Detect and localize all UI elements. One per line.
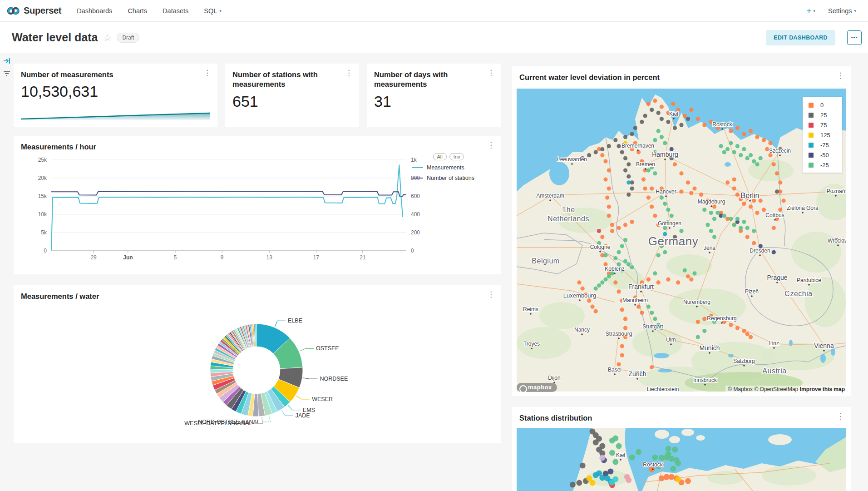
brand-name: Superset <box>24 5 61 16</box>
svg-text:Linz: Linz <box>769 340 779 347</box>
map-legend-item[interactable]: -25 <box>809 162 836 169</box>
legend-inv-button[interactable]: Inv <box>449 153 464 160</box>
filter-rail <box>0 53 14 491</box>
svg-text:0: 0 <box>44 248 47 254</box>
expand-filter-bar-icon[interactable] <box>3 57 11 67</box>
svg-text:NORDSEE: NORDSEE <box>320 376 348 382</box>
measurements-sparkline <box>20 111 211 121</box>
legend-item-measurements[interactable]: Measurements <box>412 164 485 171</box>
svg-text:Salzburg: Salzburg <box>733 358 755 364</box>
svg-text:Basel: Basel <box>608 367 621 373</box>
svg-text:WESER: WESER <box>312 396 333 402</box>
svg-text:13: 13 <box>266 254 272 261</box>
kpi-title: Number of days with measurements <box>374 70 483 89</box>
dashboard-header: Water level data ☆ Draft EDIT DASHBOARD … <box>0 22 868 53</box>
svg-text:Koblenz: Koblenz <box>605 266 624 272</box>
legend-all-button[interactable]: All <box>433 153 447 160</box>
svg-text:Ulm: Ulm <box>666 337 676 343</box>
dashboard-grid: Number of measurements ⋮ 10,530,631 Numb… <box>0 53 868 491</box>
svg-text:Luxembourg: Luxembourg <box>563 292 596 299</box>
nav-dashboards[interactable]: Dashboards <box>77 7 112 15</box>
svg-text:JADE: JADE <box>296 412 310 419</box>
svg-text:Mannheim: Mannheim <box>622 297 648 303</box>
stations-map[interactable]: KielRostock <box>517 428 846 491</box>
settings-menu[interactable]: Settings ▾ <box>828 7 856 15</box>
legend-item-stations[interactable]: Number of stations <box>412 175 485 181</box>
superset-infinity-icon <box>6 5 20 17</box>
svg-text:Göttingen: Göttingen <box>658 220 681 227</box>
series-label: Number of stations <box>427 175 474 181</box>
svg-text:15k: 15k <box>38 193 47 199</box>
favorite-star-icon[interactable]: ☆ <box>103 32 111 43</box>
chart-title: Stations distribution <box>519 413 833 423</box>
edit-dashboard-button[interactable]: EDIT DASHBOARD <box>766 30 835 45</box>
svg-text:Bremerhaven: Bremerhaven <box>621 143 654 149</box>
chevron-down-icon: ▾ <box>219 9 222 13</box>
svg-text:25k: 25k <box>38 157 47 163</box>
mapbox-logo[interactable]: mapbox <box>517 383 557 392</box>
legend-color-swatch <box>809 153 814 158</box>
svg-text:Liechtenstein: Liechtenstein <box>647 386 679 392</box>
svg-text:Poznań: Poznań <box>827 188 845 194</box>
page-title: Water level data <box>12 31 98 44</box>
navbar-left: Superset Dashboards Charts Datasets SQL … <box>6 5 222 17</box>
legend-value-label: 125 <box>820 132 836 139</box>
nav-charts[interactable]: Charts <box>128 7 147 15</box>
add-new-menu[interactable]: + ▾ <box>806 6 815 16</box>
svg-text:Rostock: Rostock <box>643 461 663 468</box>
map-legend-item[interactable]: 0 <box>809 102 836 109</box>
measurements-hour-panel: Measurements / hour ⋮ 25k1k20k80015k6001… <box>14 136 501 274</box>
kpi-card-measurements: Number of measurements ⋮ 10,530,631 <box>14 64 217 127</box>
legend-value-label: 25 <box>820 112 836 119</box>
svg-text:Netherlands: Netherlands <box>547 215 589 223</box>
svg-text:Dijon: Dijon <box>548 375 560 381</box>
map-legend-item[interactable]: 25 <box>809 112 836 119</box>
svg-text:Zielona Góra: Zielona Góra <box>787 205 819 211</box>
nav-sql[interactable]: SQL ▾ <box>204 7 222 15</box>
legend-value-label: -25 <box>820 162 836 169</box>
svg-text:Zurich: Zurich <box>629 370 646 377</box>
kpi-value: 651 <box>232 93 258 110</box>
svg-text:Leeuwarden: Leeuwarden <box>557 156 587 163</box>
svg-text:Prague: Prague <box>767 274 787 281</box>
legend-color-swatch <box>809 143 814 148</box>
map-legend-item[interactable]: -75 <box>809 142 836 149</box>
chart-menu-icon[interactable]: ⋮ <box>837 412 844 420</box>
deviation-map[interactable]: LeeuwardenAmsterdamBremerhavenHamburgKie… <box>517 89 846 392</box>
improve-map-link[interactable]: Improve this map <box>800 386 845 392</box>
chart-menu-icon[interactable]: ⋮ <box>203 69 211 77</box>
water-donut-chart: ELBEOSTSEENORDSEEWESEREMSJADENORD-OSTSEE… <box>14 285 501 443</box>
chart-menu-icon[interactable]: ⋮ <box>345 69 353 77</box>
chevron-down-icon: ▾ <box>814 9 816 13</box>
legend-value-label: 75 <box>820 122 836 129</box>
nav-datasets[interactable]: Datasets <box>163 7 188 15</box>
svg-text:Regensburg: Regensburg <box>707 315 736 322</box>
chart-menu-icon[interactable]: ⋮ <box>487 69 495 77</box>
kpi-title: Number of stations with measurements <box>232 70 341 89</box>
svg-text:Stuttgart: Stuttgart <box>642 323 663 330</box>
map-legend: 02575125-75-50-25 <box>803 97 842 173</box>
superset-logo[interactable]: Superset <box>6 5 61 17</box>
svg-text:Berlin: Berlin <box>741 192 760 199</box>
kpi-card-stations: Number of stations with measurements ⋮ 6… <box>225 64 359 127</box>
map-legend-item[interactable]: -50 <box>809 152 836 159</box>
deviation-map-panel: Current water level deviation in percent… <box>512 66 851 396</box>
legend-color-swatch <box>809 133 814 138</box>
svg-text:Czechia: Czechia <box>784 290 812 298</box>
svg-text:OSTSEE: OSTSEE <box>316 345 339 352</box>
map-legend-item[interactable]: 125 <box>809 132 836 139</box>
svg-text:The: The <box>562 206 575 213</box>
svg-text:Hanover: Hanover <box>656 188 676 195</box>
svg-text:0: 0 <box>411 248 414 254</box>
map-legend-item[interactable]: 75 <box>809 122 836 129</box>
filter-icon[interactable] <box>3 69 11 79</box>
svg-text:5k: 5k <box>41 229 47 236</box>
series-label: Measurements <box>427 164 464 171</box>
svg-text:9: 9 <box>221 254 224 261</box>
svg-text:Strasbourg: Strasbourg <box>606 331 632 337</box>
svg-text:Belgium: Belgium <box>532 257 559 265</box>
chart-menu-icon[interactable]: ⋮ <box>837 72 844 79</box>
svg-text:Germany: Germany <box>648 234 698 248</box>
more-options-button[interactable]: ••• <box>847 30 862 45</box>
svg-text:Plzeň: Plzeň <box>745 288 759 295</box>
